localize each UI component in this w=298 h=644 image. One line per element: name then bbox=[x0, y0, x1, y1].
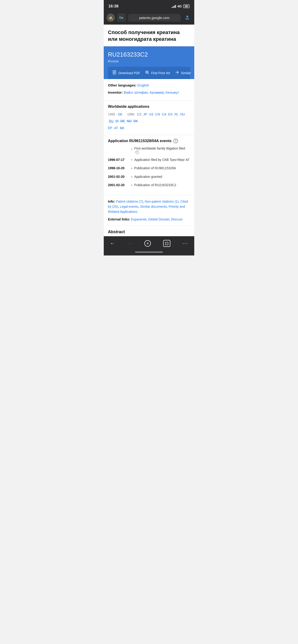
citations-section: Info: Patent citations (7), Non-patent c… bbox=[104, 195, 194, 226]
legal-events-link[interactable]: Legal events bbox=[120, 205, 138, 208]
inventor-row: Inventor: Вайсс Штефан, Кроммер Хельмут bbox=[108, 90, 190, 95]
event-text-publication: Publication of RU2163233C2 bbox=[134, 183, 190, 188]
country-HU[interactable]: HU bbox=[180, 112, 185, 117]
country-RU[interactable]: RU bbox=[109, 118, 114, 124]
battery-indicator: 25 bbox=[183, 4, 190, 8]
forward-icon: → bbox=[127, 240, 132, 246]
svg-point-2 bbox=[146, 72, 148, 73]
country-SI[interactable]: SI bbox=[115, 118, 118, 124]
english-link[interactable]: English bbox=[138, 83, 149, 87]
share-icon[interactable] bbox=[183, 14, 191, 22]
worldwide-applications-section: Worldwide applications 1995 · DE 1996 · … bbox=[104, 101, 194, 135]
find-prior-art-button[interactable]: Find Prior Art bbox=[143, 67, 172, 79]
country-CZ[interactable]: CZ bbox=[137, 112, 142, 117]
event-row-2001a: 2001-02-20 • Application granted bbox=[108, 174, 190, 180]
other-languages-row: Other languages: English bbox=[108, 83, 190, 88]
country-US[interactable]: US bbox=[149, 112, 153, 117]
patent-number: RU2163233C2 bbox=[108, 51, 190, 58]
find-prior-art-icon bbox=[145, 70, 149, 76]
event-date-1996: 1996-07-17 bbox=[108, 158, 131, 162]
patent-header: RU2163233C2 Russia Download PDF bbox=[104, 46, 194, 79]
event-date-2001a: 2001-02-20 bbox=[108, 174, 131, 179]
event-row-litigation: • First worldwide family litigation file… bbox=[108, 146, 190, 154]
signal-icon bbox=[172, 5, 176, 8]
year-row-2: EP AT SK bbox=[108, 125, 190, 131]
url-bar[interactable]: patents.google.com bbox=[128, 14, 181, 22]
year-1996: 1996 bbox=[127, 112, 134, 117]
country-CA[interactable]: CA bbox=[162, 112, 166, 117]
event-date-1998: 1998-10-20 bbox=[108, 166, 131, 170]
external-links-label: External links: bbox=[108, 218, 130, 221]
event-date-2001b: 2001-02-20 bbox=[108, 183, 131, 188]
country-JP[interactable]: JP bbox=[143, 112, 147, 117]
country-EP[interactable]: EP bbox=[108, 125, 112, 131]
svg-point-1 bbox=[146, 71, 148, 74]
forward-button[interactable]: → bbox=[124, 240, 135, 247]
abstract-heading: Abstract bbox=[104, 226, 194, 236]
download-pdf-icon bbox=[112, 70, 117, 76]
country-NO[interactable]: NO bbox=[127, 118, 132, 124]
event-litigation-text: First worldwide family litigation filed … bbox=[134, 146, 190, 154]
similar-button[interactable]: Similar bbox=[172, 67, 193, 79]
litigation-help-icon[interactable]: ? bbox=[135, 150, 139, 154]
global-dossier-link[interactable]: Global Dossier bbox=[148, 218, 169, 221]
country-DE-1995[interactable]: DE bbox=[118, 112, 122, 117]
page-title: Способ получения креатина или моногидрат… bbox=[104, 24, 194, 46]
home-indicator bbox=[104, 250, 194, 256]
new-tab-icon: + bbox=[144, 240, 151, 247]
event-row-2001b: 2001-02-20 • Publication of RU2163233C2 bbox=[108, 183, 190, 188]
country-AT[interactable]: AT bbox=[114, 125, 118, 131]
patent-country: Russia bbox=[108, 59, 190, 63]
country-SK[interactable]: SK bbox=[120, 125, 124, 131]
tabs-button[interactable]: ⊡ bbox=[160, 239, 173, 248]
back-icon: ← bbox=[110, 240, 115, 246]
country-DK[interactable]: DK bbox=[133, 118, 138, 124]
worldwide-heading: Worldwide applications bbox=[108, 104, 190, 109]
browser-bar: 🕵 G ▶ patents.google.com bbox=[104, 12, 194, 24]
download-pdf-button[interactable]: Download PDF bbox=[110, 67, 143, 79]
application-events-section: Application RU96115328/04A events ? • Fi… bbox=[104, 135, 194, 195]
inventor-label: Inventor: bbox=[108, 90, 123, 94]
similar-label: Similar bbox=[181, 71, 191, 75]
similar-icon bbox=[175, 70, 179, 76]
year-1995-row: 1995 · DE 1996 · CZ JP US CN CA ES PL HU… bbox=[108, 112, 190, 124]
similar-documents-link[interactable]: Similar documents bbox=[140, 205, 167, 208]
info-label: Info: bbox=[108, 200, 115, 203]
country-PL[interactable]: PL bbox=[174, 112, 178, 117]
event-text-1996: Application filed by СКВ Тростберг АГ bbox=[134, 158, 190, 162]
event-text-1998: Publication of RU96115328A bbox=[134, 166, 190, 170]
languages-inventor-section: Other languages: English Inventor: Вайсс… bbox=[104, 79, 194, 101]
more-icon: ··· bbox=[182, 240, 188, 246]
event-row-1996: 1996-07-17 • Application filed by СКВ Тр… bbox=[108, 158, 190, 162]
espacenet-link[interactable]: Espacenet bbox=[131, 218, 146, 221]
action-bar: Download PDF Find Prior Art bbox=[108, 67, 190, 79]
page-content: Способ получения креатина или моногидрат… bbox=[104, 24, 194, 236]
year-1995: 1995 bbox=[108, 112, 115, 117]
download-pdf-label: Download PDF bbox=[118, 71, 140, 75]
more-button[interactable]: ··· bbox=[180, 240, 191, 247]
info-row: Info: Patent citations (7), Non-patent c… bbox=[108, 199, 190, 214]
country-DE-1996[interactable]: DE bbox=[120, 118, 125, 124]
events-heading: Application RU96115328/04A events ? bbox=[108, 139, 190, 143]
discuss-link[interactable]: Discuss bbox=[171, 218, 182, 221]
inventor-names[interactable]: Вайсс Штефан, Кроммер Хельмут bbox=[124, 90, 179, 94]
new-tab-button[interactable]: + bbox=[142, 239, 154, 248]
find-prior-art-label: Find Prior Art bbox=[151, 71, 170, 75]
extension-icon[interactable]: 🕵 bbox=[107, 14, 115, 22]
non-patent-citations-link[interactable]: Non-patent citations (1) bbox=[145, 200, 179, 203]
country-ES[interactable]: ES bbox=[168, 112, 173, 117]
home-bar bbox=[135, 252, 163, 253]
status-time: 16:38 bbox=[108, 4, 118, 8]
status-bar: 16:38 4G 25 bbox=[104, 0, 194, 12]
events-heading-text: Application RU96115328/04A events bbox=[108, 139, 171, 143]
external-links-row: External links: Espacenet, Global Dossie… bbox=[108, 217, 190, 222]
help-icon[interactable]: ? bbox=[173, 139, 178, 143]
translate-icon[interactable]: G ▶ bbox=[117, 14, 126, 22]
patent-citations-link[interactable]: Patent citations (7) bbox=[116, 200, 143, 203]
event-text-granted: Application granted bbox=[134, 174, 190, 179]
event-row-1998: 1998-10-20 • Publication of RU96115328A bbox=[108, 166, 190, 171]
tabs-icon: ⊡ bbox=[163, 240, 170, 247]
other-languages-label: Other languages: bbox=[108, 83, 136, 87]
back-button[interactable]: ← bbox=[107, 240, 118, 247]
country-CN[interactable]: CN bbox=[155, 112, 160, 117]
